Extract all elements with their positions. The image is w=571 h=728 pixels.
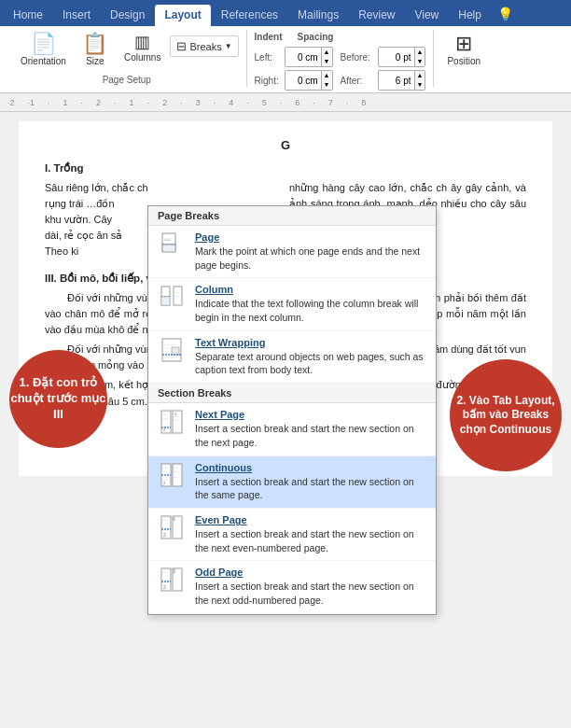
indent-left-label: Left: bbox=[255, 52, 281, 63]
indent-left-input[interactable] bbox=[286, 51, 321, 63]
tab-help[interactable]: Help bbox=[449, 5, 491, 26]
tab-view[interactable]: View bbox=[405, 5, 448, 26]
columns-icon: ▥ bbox=[134, 34, 150, 50]
dropdown-item-odd-page[interactable]: ── 2 3 Odd Page Insert a section break a… bbox=[148, 561, 436, 613]
ruler-marks: ·2·1·1·2· 1·2·3· 4·5·6· 7·8 bbox=[7, 98, 366, 107]
spacing-after-row: After: ▲ ▼ bbox=[341, 70, 426, 91]
page-setup-group: 📄 Orientation 📋 Size ▥ Columns ⊟ Breaks … bbox=[7, 30, 247, 87]
spacing-after-arrows: ▲ ▼ bbox=[414, 71, 425, 90]
spacing-header: Spacing bbox=[298, 32, 334, 42]
svg-text:──: ── bbox=[173, 469, 179, 474]
ribbon-tab-bar: Home Insert Design Layout References Mai… bbox=[0, 0, 571, 26]
svg-text:───: ─── bbox=[163, 236, 173, 241]
even-page-icon: ── 2 4 bbox=[158, 514, 186, 540]
size-button[interactable]: 📋 Size bbox=[76, 32, 115, 68]
next-page-item-title: Next Page bbox=[195, 409, 426, 420]
spacing-before-arrows: ▲ ▼ bbox=[414, 48, 425, 66]
arrange-content: ⊞ Position bbox=[441, 30, 486, 85]
spacing-before-label: Before: bbox=[341, 52, 374, 63]
indent-right-input[interactable] bbox=[286, 75, 321, 87]
ruler: ·2·1·1·2· 1·2·3· 4·5·6· 7·8 bbox=[0, 93, 571, 112]
tab-mailings[interactable]: Mailings bbox=[288, 5, 348, 26]
tab-home[interactable]: Home bbox=[4, 5, 52, 26]
indent-right-spinner[interactable]: ▲ ▼ bbox=[285, 70, 333, 91]
svg-text:──: ── bbox=[174, 294, 180, 299]
odd-page-item-text: Odd Page Insert a section break and star… bbox=[195, 567, 426, 607]
svg-text:──: ── bbox=[161, 469, 168, 474]
page-item-title: Page bbox=[195, 231, 426, 243]
page-item-text: Page Mark the point at which one page en… bbox=[195, 231, 426, 272]
tab-references[interactable]: References bbox=[212, 5, 287, 26]
text-wrap-item-title: Text Wrapping bbox=[195, 337, 426, 348]
tab-insert[interactable]: Insert bbox=[53, 5, 100, 26]
continuous-item-title: Continuous bbox=[195, 462, 426, 473]
tab-layout[interactable]: Layout bbox=[155, 5, 210, 26]
spacing-after-spinner[interactable]: ▲ ▼ bbox=[378, 70, 426, 91]
svg-rect-2 bbox=[162, 245, 175, 252]
indent-right-row: Right: ▲ ▼ bbox=[255, 70, 333, 91]
svg-text:4: 4 bbox=[173, 516, 175, 522]
bubble-1-text: 1. Đặt con trỏ chuột trước mục III bbox=[9, 375, 107, 423]
svg-text:2: 2 bbox=[163, 532, 166, 538]
dropdown-item-continuous[interactable]: ── ── ── ── ── ── 2 Continuous Insert a … bbox=[148, 456, 436, 509]
spacing-before-down[interactable]: ▼ bbox=[415, 57, 425, 66]
document-heading: G bbox=[45, 136, 526, 155]
dropdown-item-next-page[interactable]: ── ── ── ── 2 3 Next Page Insert a secti… bbox=[148, 403, 436, 455]
columns-button[interactable]: ▥ Columns bbox=[118, 32, 166, 64]
indent-left-row: Left: ▲ ▼ bbox=[255, 47, 333, 67]
spacing-before-up[interactable]: ▲ bbox=[415, 48, 425, 57]
indent-left-spinner[interactable]: ▲ ▼ bbox=[285, 47, 333, 67]
page-setup-content: 📄 Orientation 📋 Size ▥ Columns ⊟ Breaks … bbox=[15, 30, 239, 75]
next-page-item-desc: Insert a section break and start the new… bbox=[195, 422, 426, 449]
tab-lightbulb[interactable]: 💡 bbox=[492, 3, 519, 26]
section-1-title: I. Trồng bbox=[45, 161, 526, 176]
spacing-before-row: Before: ▲ ▼ bbox=[341, 47, 426, 67]
indent-right-arrows: ▲ ▼ bbox=[321, 71, 332, 90]
tab-design[interactable]: Design bbox=[101, 5, 154, 26]
annotation-bubble-1: 1. Đặt con trỏ chuột trước mục III bbox=[9, 350, 107, 448]
indent-header: Indent bbox=[255, 32, 283, 42]
indent-right-up[interactable]: ▲ bbox=[322, 71, 332, 80]
odd-page-item-desc: Insert a section break and start the new… bbox=[195, 580, 426, 607]
continuous-item-desc: Insert a section break and start the new… bbox=[195, 475, 426, 502]
spacing-after-up[interactable]: ▲ bbox=[415, 71, 425, 80]
tab-review[interactable]: Review bbox=[349, 5, 404, 26]
spacing-after-down[interactable]: ▼ bbox=[415, 80, 425, 90]
column-item-title: Column bbox=[195, 284, 426, 295]
even-page-item-title: Even Page bbox=[195, 514, 426, 525]
breaks-button[interactable]: ⊟ Breaks ▼ bbox=[170, 35, 238, 57]
indent-right-down[interactable]: ▼ bbox=[322, 80, 332, 90]
svg-text:3: 3 bbox=[173, 568, 175, 574]
dropdown-item-page[interactable]: ══ ─── Page Mark the point at which one … bbox=[148, 226, 436, 278]
position-icon: ⊞ bbox=[455, 34, 472, 54]
column-item-desc: Indicate that the text following the col… bbox=[195, 297, 426, 324]
ribbon: Home Insert Design Layout References Mai… bbox=[0, 0, 571, 93]
page-setup-label: Page Setup bbox=[103, 75, 151, 87]
spacing-before-input[interactable] bbox=[379, 51, 414, 63]
indent-left-down[interactable]: ▼ bbox=[322, 57, 332, 66]
svg-rect-8 bbox=[161, 297, 170, 305]
indent-left-arrows: ▲ ▼ bbox=[321, 48, 332, 66]
breaks-dropdown-arrow: ▼ bbox=[225, 42, 232, 50]
column-item-text: Column Indicate that the text following … bbox=[195, 284, 426, 324]
page-item-desc: Mark the point at which one page ends an… bbox=[195, 245, 426, 272]
svg-text:──: ── bbox=[161, 518, 168, 523]
svg-text:2: 2 bbox=[163, 584, 166, 590]
columns-label: Columns bbox=[124, 52, 160, 63]
spacing-after-input[interactable] bbox=[379, 75, 414, 87]
annotation-bubble-2: 2. Vào Tab Layout, bấm vào Breaks chọn C… bbox=[450, 359, 562, 471]
indent-spacing-group: Indent Spacing Left: ▲ ▼ bbox=[247, 30, 435, 87]
column-break-icon: ── ── bbox=[158, 284, 186, 310]
breaks-dropdown: Page Breaks ══ ─── Page Mark the point a… bbox=[147, 205, 437, 615]
spacing-before-spinner[interactable]: ▲ ▼ bbox=[378, 47, 426, 67]
dropdown-item-column[interactable]: ── ── Column Indicate that the text foll… bbox=[148, 278, 436, 330]
indent-left-up[interactable]: ▲ bbox=[322, 48, 332, 57]
odd-page-icon: ── 2 3 bbox=[158, 567, 186, 593]
orientation-button[interactable]: 📄 Orientation bbox=[15, 32, 72, 68]
ribbon-body: 📄 Orientation 📋 Size ▥ Columns ⊟ Breaks … bbox=[0, 26, 571, 93]
even-page-item-desc: Insert a section break and start the new… bbox=[195, 527, 426, 554]
svg-text:──: ── bbox=[161, 570, 168, 575]
dropdown-item-even-page[interactable]: ── 2 4 Even Page Insert a section break … bbox=[148, 509, 436, 561]
position-button[interactable]: ⊞ Position bbox=[441, 32, 486, 68]
dropdown-item-text-wrap[interactable]: ──── ── ──── Text Wrapping Separate text… bbox=[148, 331, 436, 384]
